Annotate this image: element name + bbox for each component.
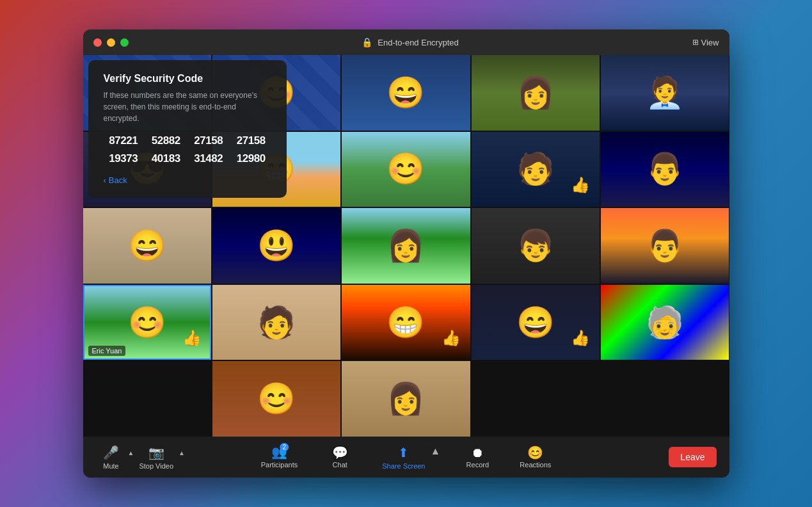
video-cell-r2c4: 🧑 👍	[472, 132, 600, 207]
chat-icon: 💬	[332, 446, 348, 459]
reactions-label: Reactions	[520, 461, 551, 469]
toolbar-right: Leave	[669, 447, 716, 467]
video-caret[interactable]: ▲	[177, 447, 186, 468]
participant-icon-r4c4: 😄	[472, 285, 600, 360]
share-screen-label: Share Screen	[382, 462, 425, 470]
participants-button[interactable]: 👥 2 Participants	[256, 443, 303, 471]
participant-icon-r2c4: 🧑	[472, 132, 600, 207]
mute-caret[interactable]: ▲	[127, 447, 136, 468]
view-label: View	[701, 38, 719, 47]
code-1: 87221	[104, 134, 144, 147]
video-cell-r3c3: 👩	[342, 208, 470, 284]
video-cell-r2c5: 👨	[601, 132, 729, 207]
close-button[interactable]	[93, 38, 102, 47]
security-title: Verify Security Code	[104, 73, 271, 84]
share-screen-icon: ⬆	[398, 445, 409, 460]
code-7: 31482	[189, 152, 229, 165]
participant-icon-r1c5: 🧑‍💼	[601, 55, 729, 131]
participant-name-eric: Eric Yuan	[88, 346, 126, 356]
participant-icon-r1c4: 👩	[472, 55, 600, 131]
video-container: Verify Security Code If these numbers ar…	[83, 55, 729, 437]
participant-icon-r2c3: 😊	[342, 132, 470, 207]
participant-icon-r3c1: 😄	[83, 208, 211, 284]
mute-group: 🎤 Mute ▲	[96, 442, 136, 472]
security-description: If these numbers are the same on everyon…	[104, 90, 271, 124]
video-cell-r2c3: 😊	[342, 132, 470, 207]
participants-badge: 2	[280, 443, 289, 451]
share-screen-group: ⬆ Share Screen ▲	[377, 442, 440, 472]
participant-icon-r3c4: 👦	[472, 208, 600, 284]
stop-video-label: Stop Video	[139, 462, 173, 470]
reactions-icon: 😊	[527, 446, 543, 459]
security-overlay: Verify Security Code If these numbers ar…	[88, 60, 287, 198]
title-center: 🔒 End-to-end Encrypted	[362, 37, 458, 47]
video-cell-r3c1: 😄	[83, 208, 211, 284]
thumbs-up-r2c4: 👍	[571, 176, 590, 194]
participants-label: Participants	[261, 461, 298, 469]
leave-button[interactable]: Leave	[669, 447, 716, 467]
video-cell-r3c5: 👨	[601, 208, 729, 284]
record-button[interactable]: ⏺ Record	[458, 444, 497, 471]
share-screen-caret[interactable]: ▲	[430, 446, 440, 469]
video-cell-r1c3: 😄	[342, 55, 470, 131]
microphone-icon: 🎤	[103, 445, 119, 460]
mute-button[interactable]: 🎤 Mute	[96, 442, 127, 472]
title-bar: 🔒 End-to-end Encrypted ⊞ View	[83, 29, 729, 55]
video-cell-r3c4: 👦	[472, 208, 600, 284]
toolbar-left: 🎤 Mute ▲ 📷 Stop Video ▲	[96, 442, 186, 472]
video-cell-r4c1: 😊 👍 Eric Yuan	[83, 285, 211, 360]
stop-video-group: 📷 Stop Video ▲	[135, 442, 186, 472]
security-codes: 87221 52882 27158 27158 19373 40183 3148…	[104, 134, 271, 165]
back-button[interactable]: ‹ Back	[104, 175, 271, 185]
back-label: Back	[109, 175, 127, 185]
chevron-left-icon: ‹	[104, 175, 106, 185]
minimize-button[interactable]	[107, 38, 115, 47]
thumbs-up-r4c1: 👍	[182, 329, 202, 347]
participant-icon-r4c2: 🧑	[212, 285, 340, 360]
record-icon: ⏺	[471, 446, 484, 459]
video-cell-r1c5: 🧑‍💼	[601, 55, 729, 131]
video-cell-r4c5: 🧓	[601, 285, 729, 360]
code-6: 40183	[146, 152, 186, 165]
thumbs-up-r4c3: 👍	[442, 329, 461, 347]
code-5: 19373	[104, 152, 144, 165]
video-cell-r5c4	[472, 361, 600, 437]
maximize-button[interactable]	[120, 38, 129, 47]
toolbar-center: 👥 2 Participants 💬 Chat ⬆ Share Screen ▲	[256, 442, 557, 472]
participant-icon-r3c3: 👩	[342, 208, 470, 284]
video-cell-r5c5	[601, 361, 729, 437]
video-cell-r4c3: 😁 👍	[342, 285, 470, 360]
lock-icon: 🔒	[362, 37, 372, 47]
video-cell-r5c2: 😊	[212, 361, 340, 437]
code-8: 12980	[231, 152, 271, 165]
participant-icon-r5c3: 👩	[342, 361, 470, 437]
participant-icon-r4c5: 🧓	[601, 285, 729, 360]
view-button[interactable]: ⊞ View	[692, 38, 719, 47]
participant-icon-r3c2: 😃	[212, 208, 340, 284]
record-label: Record	[466, 461, 489, 469]
traffic-lights	[93, 38, 129, 47]
toolbar: 🎤 Mute ▲ 📷 Stop Video ▲ 👥 2	[83, 437, 729, 478]
video-cell-r4c4: 😄 👍	[472, 285, 600, 360]
window-title: End-to-end Encrypted	[378, 38, 458, 47]
app-window: 🔒 End-to-end Encrypted ⊞ View Verify Sec…	[83, 29, 729, 478]
code-2: 52882	[146, 134, 186, 147]
reactions-button[interactable]: 😊 Reactions	[514, 444, 556, 471]
participant-icon-r2c5: 👨	[601, 132, 729, 207]
chat-button[interactable]: 💬 Chat	[321, 444, 359, 471]
participant-icon-r1c3: 😄	[342, 55, 470, 131]
chat-label: Chat	[333, 461, 347, 469]
participant-icon-r4c3: 😁	[342, 285, 470, 360]
video-cell-r1c4: 👩	[472, 55, 600, 131]
code-4: 27158	[231, 134, 271, 147]
video-cell-r5c3: 👩	[342, 361, 470, 437]
camera-icon: 📷	[148, 445, 164, 460]
video-cell-r5c1	[83, 361, 211, 437]
share-screen-button[interactable]: ⬆ Share Screen	[377, 442, 430, 472]
stop-video-button[interactable]: 📷 Stop Video	[135, 442, 177, 472]
participant-icon-r5c2: 😊	[212, 361, 340, 437]
video-cell-r4c2: 🧑	[212, 285, 340, 360]
code-3: 27158	[189, 134, 229, 147]
mute-label: Mute	[103, 462, 118, 470]
video-cell-r3c2: 😃	[212, 208, 340, 284]
